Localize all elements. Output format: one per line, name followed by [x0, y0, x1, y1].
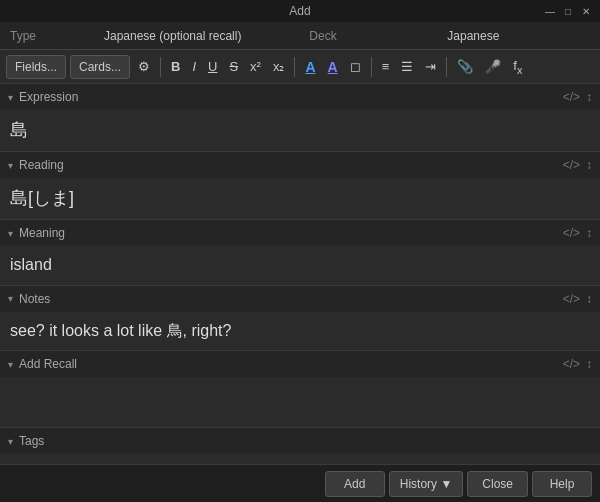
field-header-reading: ▾ Reading </> ↕ [0, 152, 600, 178]
unordered-list-button[interactable]: ☰ [397, 55, 417, 79]
indent-button[interactable]: ⇥ [421, 55, 440, 79]
eraser-button[interactable]: ◻ [346, 55, 365, 79]
bottom-bar: Add History ▼ Close Help [0, 464, 600, 502]
ol-icon: ≡ [382, 59, 390, 74]
strike-label: S [229, 59, 238, 74]
toolbar: Fields... Cards... ⚙ B I U S x² x₂ A A ◻… [0, 50, 600, 84]
attach-icon: 📎 [457, 59, 473, 74]
toggle-reading-icon[interactable]: ▾ [8, 160, 13, 171]
close-window-button[interactable]: ✕ [580, 5, 592, 17]
field-block-expression: ▾ Expression </> ↕ 島 [0, 84, 600, 152]
separator-4 [446, 57, 447, 77]
separator-2 [294, 57, 295, 77]
field-header-expression: ▾ Expression </> ↕ [0, 84, 600, 110]
field-header-add-recall: ▾ Add Recall </> ↕ [0, 351, 600, 377]
field-actions-reading: </> ↕ [563, 158, 592, 172]
field-code-btn-meaning[interactable]: </> [563, 226, 580, 240]
field-block-meaning: ▾ Meaning </> ↕ island [0, 220, 600, 285]
fields-area: ▾ Expression </> ↕ 島 ▾ Reading </> ↕ 島[し… [0, 84, 600, 464]
minimize-button[interactable]: — [544, 5, 556, 17]
underline-label: U [208, 59, 217, 74]
highlight-button[interactable]: A [324, 55, 342, 79]
field-name-meaning: Meaning [19, 226, 563, 240]
field-content-expression[interactable]: 島 [0, 110, 600, 151]
field-code-btn-notes[interactable]: </> [563, 292, 580, 306]
field-actions-meaning: </> ↕ [563, 226, 592, 240]
italic-button[interactable]: I [188, 55, 200, 79]
gear-icon: ⚙ [138, 59, 150, 74]
field-pin-btn-reading[interactable]: ↕ [586, 158, 592, 172]
field-block-reading: ▾ Reading </> ↕ 島[しま] [0, 152, 600, 220]
field-code-btn-expression[interactable]: </> [563, 90, 580, 104]
separator-1 [160, 57, 161, 77]
toggle-tags-icon[interactable]: ▾ [8, 436, 13, 447]
field-actions-notes: </> ↕ [563, 292, 592, 306]
history-button[interactable]: History ▼ [389, 471, 464, 497]
tags-header: ▾ Tags [0, 428, 600, 454]
field-actions-add-recall: </> ↕ [563, 357, 592, 371]
toggle-meaning-icon[interactable]: ▾ [8, 228, 13, 239]
toggle-expression-icon[interactable]: ▾ [8, 92, 13, 103]
math-button[interactable]: fx [509, 55, 526, 79]
field-content-reading[interactable]: 島[しま] [0, 178, 600, 219]
cards-button[interactable]: Cards... [70, 55, 130, 79]
gear-button[interactable]: ⚙ [134, 55, 154, 79]
help-button[interactable]: Help [532, 471, 592, 497]
tags-section: ▾ Tags 🏷 [0, 428, 600, 464]
field-name-expression: Expression [19, 90, 563, 104]
close-button[interactable]: Close [467, 471, 528, 497]
type-value[interactable]: Japanese (optional recall) [46, 25, 299, 47]
indent-icon: ⇥ [425, 59, 436, 74]
field-block-notes: ▾ Notes </> ↕ see? it looks a lot like 鳥… [0, 286, 600, 351]
separator-3 [371, 57, 372, 77]
field-pin-btn-expression[interactable]: ↕ [586, 90, 592, 104]
title-bar: Add — □ ✕ [0, 0, 600, 22]
type-label: Type [0, 29, 46, 43]
window-controls[interactable]: — □ ✕ [544, 5, 592, 17]
field-content-add-recall[interactable] [0, 377, 600, 427]
attach-button[interactable]: 📎 [453, 55, 477, 79]
field-header-notes: ▾ Notes </> ↕ [0, 286, 600, 312]
subscript-button[interactable]: x₂ [269, 55, 289, 79]
field-pin-btn-meaning[interactable]: ↕ [586, 226, 592, 240]
field-pin-btn-add-recall[interactable]: ↕ [586, 357, 592, 371]
bold-button[interactable]: B [167, 55, 184, 79]
tags-label: Tags [19, 434, 592, 448]
field-pin-btn-notes[interactable]: ↕ [586, 292, 592, 306]
strikethrough-button[interactable]: S [225, 55, 242, 79]
deck-label: Deck [299, 29, 346, 43]
field-content-notes[interactable]: see? it looks a lot like 鳥, right? [0, 312, 600, 350]
eraser-icon: ◻ [350, 59, 361, 74]
fields-button[interactable]: Fields... [6, 55, 66, 79]
maximize-button[interactable]: □ [562, 5, 574, 17]
font-color-button[interactable]: A [301, 55, 319, 79]
field-actions-expression: </> ↕ [563, 90, 592, 104]
field-name-add-recall: Add Recall [19, 357, 563, 371]
field-name-reading: Reading [19, 158, 563, 172]
field-header-meaning: ▾ Meaning </> ↕ [0, 220, 600, 246]
math-icon: fx [513, 58, 522, 76]
underline-button[interactable]: U [204, 55, 221, 79]
superscript-button[interactable]: x² [246, 55, 265, 79]
record-icon: 🎤 [485, 59, 501, 74]
tags-content[interactable]: 🏷 [0, 454, 600, 464]
add-button[interactable]: Add [325, 471, 385, 497]
field-name-notes: Notes [19, 292, 563, 306]
toggle-add-recall-icon[interactable]: ▾ [8, 359, 13, 370]
ordered-list-button[interactable]: ≡ [378, 55, 394, 79]
record-button[interactable]: 🎤 [481, 55, 505, 79]
ul-icon: ☰ [401, 59, 413, 74]
type-deck-bar: Type Japanese (optional recall) Deck Jap… [0, 22, 600, 50]
field-code-btn-reading[interactable]: </> [563, 158, 580, 172]
field-block-add-recall: ▾ Add Recall </> ↕ [0, 351, 600, 428]
deck-value[interactable]: Japanese [347, 25, 600, 47]
title-bar-title: Add [289, 4, 310, 18]
field-code-btn-add-recall[interactable]: </> [563, 357, 580, 371]
toggle-notes-icon[interactable]: ▾ [8, 293, 13, 304]
field-content-meaning[interactable]: island [0, 246, 600, 284]
